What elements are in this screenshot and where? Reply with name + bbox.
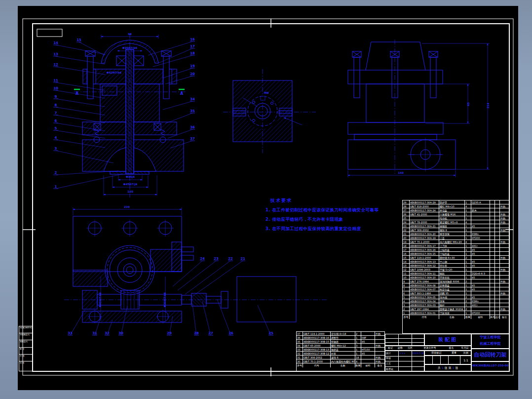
- bom-cell: 5: [403, 295, 410, 299]
- bom-cell: [490, 232, 495, 236]
- bom-cell: 外购: [500, 216, 509, 220]
- bom-cell: [500, 260, 509, 263]
- bom-header: 序号代号名称数量材料单件总计备注: [403, 315, 509, 319]
- bom-cell: 1: [465, 212, 471, 216]
- bom2-cell: [375, 348, 384, 351]
- balloon-number: 34: [190, 97, 195, 101]
- bom-cell: 反靠圆盘: [439, 283, 465, 287]
- bom-cell: [495, 224, 500, 228]
- bom2-cell: 35: [297, 340, 303, 343]
- bom-cell: [495, 236, 500, 239]
- school-line1: 宁波工程学院: [472, 334, 509, 341]
- leader-line: [163, 101, 192, 110]
- bom-cell: 4: [465, 204, 471, 208]
- bom-cell: [471, 212, 490, 216]
- bom-cell: GB/T 1096-2003: [410, 268, 439, 271]
- bom-cell: 4EKB000117-30A-07: [410, 287, 439, 291]
- bom-cell: [490, 283, 495, 287]
- bom-cell: 外购: [500, 279, 509, 283]
- scale-label: 比例: [460, 351, 471, 355]
- bom-cell: 20: [403, 236, 410, 239]
- bom-cell: 12: [403, 268, 410, 271]
- bom-cell: 平键 5×20: [439, 268, 465, 271]
- bom2-cell: [375, 352, 384, 355]
- bom-cell: [471, 216, 490, 220]
- bom-cell: 45: [471, 264, 490, 267]
- bom-cell: GB/T 119.1-2000: [410, 256, 439, 259]
- bom-cell: [495, 307, 500, 311]
- margin-label: 签 字: [19, 348, 32, 354]
- bom-cell: [471, 256, 490, 259]
- tech-item-3: 3. 在不同加工过程中应保持较高的重复定位精度: [266, 226, 418, 232]
- bom2-cell: 3: [355, 344, 361, 347]
- bom-cell: 45: [471, 276, 490, 279]
- balloon-number: 18: [190, 51, 195, 55]
- bom-cell: 4EKB000117-30A-20: [410, 232, 439, 236]
- title-block: 装配图 标记 处数 分区 更改文件号 签名 年月日 设计 ××× 2013.5.…: [385, 334, 509, 371]
- bom-cell: 40Cr: [471, 244, 490, 247]
- bom-cell: 4: [403, 299, 410, 303]
- bom2-row: 31GB/T 308-2002滚珠 618外购: [297, 356, 384, 359]
- bom-row: 14EKB000117-30A-01刀架底座1HT200: [403, 311, 509, 315]
- bom-cell: 蜗杆: [439, 303, 465, 307]
- bom-cell: 1: [465, 216, 471, 220]
- bom-cell: [495, 240, 500, 243]
- bom-row: 234EKB000117-30A-21磁钢座145: [403, 224, 509, 228]
- section-label: A: [76, 91, 79, 96]
- leader-line: [56, 99, 105, 107]
- dimension-label: 220: [124, 205, 130, 208]
- bom2-cell: [361, 359, 375, 363]
- cad-viewer-background: 1413121110987654321151617181920343536372…: [0, 0, 532, 399]
- margin-label: 底图总号: [19, 340, 32, 347]
- bom-cell: 备注: [500, 315, 509, 319]
- dimension-label: Φ42H7/k6: [107, 71, 121, 74]
- bom-cell: 1: [403, 311, 410, 315]
- bom-cell: [500, 244, 509, 247]
- signer-rows: 设计 ××× 2013.5.20 审核 工艺 标准化: [385, 351, 424, 371]
- bom-cell: 外购: [500, 307, 509, 311]
- bom-cell: [490, 272, 495, 275]
- bom-cell: [471, 228, 490, 232]
- leader-line: [79, 42, 105, 55]
- bom-cell: 名称: [439, 315, 465, 319]
- bom2-cell: 4EKB000117-30B-12: [303, 352, 331, 355]
- leader-line: [56, 107, 105, 115]
- bom2-cell: GB/T 308-2002: [303, 356, 331, 359]
- leader-line: [165, 113, 192, 123]
- signer-standard: 标准化: [386, 367, 393, 371]
- bom-cell: [490, 311, 495, 315]
- bom-cell: 8: [403, 283, 410, 287]
- bom2-cell: GB/T 65-2000: [303, 344, 331, 347]
- balloon-number: 33: [68, 331, 73, 335]
- balloon-number: 3: [55, 147, 57, 151]
- leader-line: [185, 261, 230, 294]
- bom-cell: [471, 307, 490, 311]
- bom-cell: 29: [403, 200, 410, 204]
- bom-cell: [495, 260, 500, 263]
- margin-label: 描 校: [19, 361, 32, 368]
- bom-cell: 电动机: [439, 216, 465, 220]
- bom-cell: [495, 208, 500, 212]
- bom-cell: 7: [403, 287, 410, 291]
- bom-row: 84EKB000117-30A-08反靠圆盘145: [403, 283, 509, 287]
- bom-row: 44EKB000117-30A-04弹簧265Mn: [403, 299, 509, 303]
- dimension-label: 214: [487, 103, 490, 109]
- balloon-number: 37: [190, 137, 195, 141]
- margin-row: 底图总号: [19, 340, 32, 347]
- view-right-elevation: [348, 40, 490, 177]
- margin-row: 旧底图总号: [19, 333, 32, 340]
- bom-cell: 磁钢座: [439, 224, 465, 228]
- bom-row: 274EKB000117-30A-24发信盘1胶木: [403, 208, 509, 212]
- bom-continuation-table: 37GB/T 119.1-2000定位销 4×182外购364EKB000117…: [296, 331, 385, 371]
- bom-cell: 1: [465, 272, 471, 275]
- scale-value: 1:1: [460, 359, 471, 362]
- bom2-cell: 材料: [361, 363, 375, 367]
- bom-cell: 1: [465, 260, 471, 263]
- bom-row: 15GB/T 119.1-2000圆柱销 6×302外购: [403, 256, 509, 260]
- dimension-label: Φ35H7/k6: [122, 46, 137, 49]
- bom2-cell: 外购: [375, 344, 384, 347]
- balloon-number: 20: [190, 72, 195, 76]
- bom2-row: 324EKB000117-30B-12衬套145: [297, 352, 384, 356]
- bom-cell: [490, 208, 495, 212]
- bom-cell: GB/T 818-2000: [410, 204, 439, 208]
